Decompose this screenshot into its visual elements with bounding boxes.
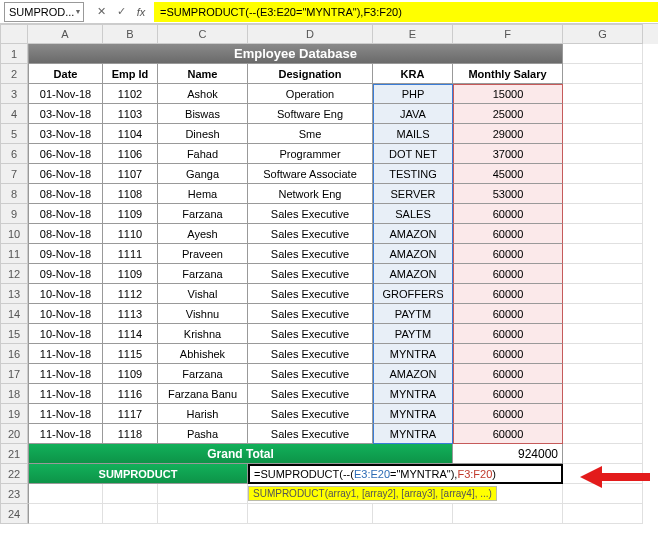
- cell-kra[interactable]: PHP: [373, 84, 453, 104]
- cell-salary[interactable]: 60000: [453, 304, 563, 324]
- cell-date[interactable]: 11-Nov-18: [28, 424, 103, 444]
- cell-name[interactable]: Biswas: [158, 104, 248, 124]
- cell-name[interactable]: Hema: [158, 184, 248, 204]
- cell-empty[interactable]: [563, 344, 643, 364]
- cell-name[interactable]: Abhishek: [158, 344, 248, 364]
- header-date[interactable]: Date: [28, 64, 103, 84]
- cell-salary[interactable]: 60000: [453, 324, 563, 344]
- cell-kra[interactable]: JAVA: [373, 104, 453, 124]
- row-header-24[interactable]: 24: [0, 504, 28, 524]
- cell-salary[interactable]: 60000: [453, 284, 563, 304]
- header-kra[interactable]: KRA: [373, 64, 453, 84]
- col-header-F[interactable]: F: [453, 24, 563, 44]
- cell-empty[interactable]: [563, 404, 643, 424]
- cell-date[interactable]: 11-Nov-18: [28, 364, 103, 384]
- chevron-down-icon[interactable]: ▼: [74, 8, 81, 15]
- cell-kra[interactable]: TESTING: [373, 164, 453, 184]
- cell-empid[interactable]: 1112: [103, 284, 158, 304]
- cell-salary[interactable]: 60000: [453, 404, 563, 424]
- select-all-corner[interactable]: [0, 24, 28, 44]
- cell-date[interactable]: 11-Nov-18: [28, 344, 103, 364]
- cell-empid[interactable]: 1115: [103, 344, 158, 364]
- cell-empid[interactable]: 1107: [103, 164, 158, 184]
- cell-name[interactable]: Farzana: [158, 364, 248, 384]
- col-header-D[interactable]: D: [248, 24, 373, 44]
- cell-designation[interactable]: Sales Executive: [248, 384, 373, 404]
- row-header-7[interactable]: 7: [0, 164, 28, 184]
- cell-empid[interactable]: 1106: [103, 144, 158, 164]
- cell-kra[interactable]: AMAZON: [373, 364, 453, 384]
- cell-kra[interactable]: AMAZON: [373, 264, 453, 284]
- cell-name[interactable]: Vishal: [158, 284, 248, 304]
- cell-name[interactable]: Ganga: [158, 164, 248, 184]
- cell-kra[interactable]: MYNTRA: [373, 424, 453, 444]
- cell-date[interactable]: 03-Nov-18: [28, 104, 103, 124]
- cell-kra[interactable]: MAILS: [373, 124, 453, 144]
- cell-G2[interactable]: [563, 64, 643, 84]
- cell-name[interactable]: Pasha: [158, 424, 248, 444]
- cell-empid[interactable]: 1109: [103, 364, 158, 384]
- cell-kra[interactable]: AMAZON: [373, 244, 453, 264]
- cell-B24[interactable]: [103, 504, 158, 524]
- cell-name[interactable]: Krishna: [158, 324, 248, 344]
- row-header-9[interactable]: 9: [0, 204, 28, 224]
- cell-empid[interactable]: 1113: [103, 304, 158, 324]
- cell-empty[interactable]: [563, 84, 643, 104]
- cell-date[interactable]: 08-Nov-18: [28, 184, 103, 204]
- row-header-5[interactable]: 5: [0, 124, 28, 144]
- col-header-B[interactable]: B: [103, 24, 158, 44]
- cell-date[interactable]: 11-Nov-18: [28, 404, 103, 424]
- cell-date[interactable]: 10-Nov-18: [28, 304, 103, 324]
- cell-designation[interactable]: Sales Executive: [248, 324, 373, 344]
- cell-designation[interactable]: Programmer: [248, 144, 373, 164]
- name-box[interactable]: SUMPROD... ▼: [4, 2, 84, 22]
- cell-kra[interactable]: PAYTM: [373, 324, 453, 344]
- cell-C23[interactable]: [158, 484, 248, 504]
- cell-F24[interactable]: [453, 504, 563, 524]
- cell-name[interactable]: Ashok: [158, 84, 248, 104]
- row-header-15[interactable]: 15: [0, 324, 28, 344]
- cell-D24[interactable]: [248, 504, 373, 524]
- cell-G24[interactable]: [563, 504, 643, 524]
- cell-designation[interactable]: Sales Executive: [248, 364, 373, 384]
- cell-salary[interactable]: 60000: [453, 204, 563, 224]
- cell-empty[interactable]: [563, 264, 643, 284]
- cell-designation[interactable]: Sales Executive: [248, 284, 373, 304]
- cell-empty[interactable]: [563, 244, 643, 264]
- cell-salary[interactable]: 60000: [453, 344, 563, 364]
- cell-name[interactable]: Farzana: [158, 264, 248, 284]
- cell-kra[interactable]: SERVER: [373, 184, 453, 204]
- title-cell[interactable]: Employee Database: [28, 44, 563, 64]
- header-designation[interactable]: Designation: [248, 64, 373, 84]
- cell-designation[interactable]: Sales Executive: [248, 244, 373, 264]
- cell-salary[interactable]: 45000: [453, 164, 563, 184]
- cell-designation[interactable]: Software Eng: [248, 104, 373, 124]
- cell-designation[interactable]: Sales Executive: [248, 264, 373, 284]
- header-empid[interactable]: Emp Id: [103, 64, 158, 84]
- cell-designation[interactable]: Sales Executive: [248, 304, 373, 324]
- cell-name[interactable]: Dinesh: [158, 124, 248, 144]
- cell-E24[interactable]: [373, 504, 453, 524]
- row-header-17[interactable]: 17: [0, 364, 28, 384]
- cell-G1[interactable]: [563, 44, 643, 64]
- cell-designation[interactable]: Sales Executive: [248, 204, 373, 224]
- row-header-4[interactable]: 4: [0, 104, 28, 124]
- cell-kra[interactable]: AMAZON: [373, 224, 453, 244]
- row-header-3[interactable]: 3: [0, 84, 28, 104]
- cell-empty[interactable]: [563, 184, 643, 204]
- cell-empid[interactable]: 1102: [103, 84, 158, 104]
- row-header-12[interactable]: 12: [0, 264, 28, 284]
- cell-empty[interactable]: [563, 424, 643, 444]
- row-header-14[interactable]: 14: [0, 304, 28, 324]
- cell-date[interactable]: 08-Nov-18: [28, 204, 103, 224]
- cell-name[interactable]: Praveen: [158, 244, 248, 264]
- cell-date[interactable]: 09-Nov-18: [28, 264, 103, 284]
- row-header-21[interactable]: 21: [0, 444, 28, 464]
- cell-empty[interactable]: [563, 304, 643, 324]
- cell-A24[interactable]: [28, 504, 103, 524]
- grand-total-label[interactable]: Grand Total: [28, 444, 453, 464]
- cell-empid[interactable]: 1114: [103, 324, 158, 344]
- cell-date[interactable]: 06-Nov-18: [28, 164, 103, 184]
- cell-date[interactable]: 03-Nov-18: [28, 124, 103, 144]
- cell-empty[interactable]: [563, 284, 643, 304]
